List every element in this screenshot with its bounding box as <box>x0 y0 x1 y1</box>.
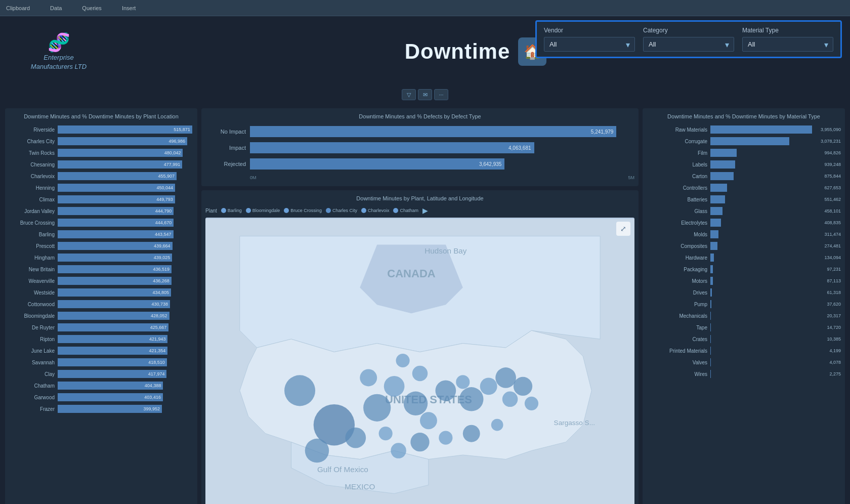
left-bar-row: New Britain 436,519 <box>9 264 193 274</box>
right-bar-value: 134,094 <box>824 255 841 260</box>
svg-point-10 <box>360 369 377 386</box>
right-bar-fill <box>710 300 711 308</box>
right-bar-row: Hardware 134,094 <box>647 253 841 263</box>
right-bar-value: 4,199 <box>829 348 841 353</box>
bar-track: 496,986 <box>58 137 193 145</box>
toolbar-insert[interactable]: Insert <box>122 5 136 11</box>
svg-point-13 <box>412 366 428 382</box>
right-bar-track <box>710 312 822 320</box>
bar-track: 515,871 <box>58 125 193 134</box>
map-expand-button[interactable]: ⤢ <box>616 222 630 236</box>
bar-label: Barling <box>9 232 55 237</box>
left-bar-row: Barling 443,547 <box>9 229 193 239</box>
map-svg: CANADA Hudson Bay UNITED STATES Gulf Of … <box>205 218 634 504</box>
bar-track: 403,416 <box>58 393 193 401</box>
more-icon-button[interactable]: ··· <box>434 89 448 100</box>
legend-label-charles: Charles City <box>332 208 357 213</box>
right-bar-label: Batteries <box>647 197 707 202</box>
bar-value: 417,974 <box>148 371 165 376</box>
bar-value: 480,042 <box>164 150 181 155</box>
right-bar-fill <box>710 219 721 227</box>
top-toolbar: Clipboard Data Queries Insert <box>0 0 850 16</box>
defect-value: 4,063,681 <box>508 145 531 151</box>
bar-fill: 449,793 <box>58 195 175 203</box>
defect-chart-panel: Downtime Minutes and % Defects by Defect… <box>201 108 639 186</box>
defect-fill: 5,241,979 <box>250 126 616 137</box>
bar-label: Twin Rocks <box>9 150 55 156</box>
bar-fill: 418,510 <box>58 358 167 366</box>
header-area: 🧬 Enterprise Manufacturers LTD Downtime … <box>0 16 850 87</box>
right-bar-label: Carton <box>647 174 707 179</box>
right-bar-value: 10,385 <box>827 337 841 342</box>
bar-label: Cottonwood <box>9 302 55 307</box>
bar-track: 443,547 <box>58 230 193 238</box>
bar-fill: 428,052 <box>58 312 169 320</box>
bar-track: 421,943 <box>58 335 193 343</box>
bar-value: 455,907 <box>158 174 175 179</box>
bar-label: Bruce Crossing <box>9 220 55 226</box>
vendor-select-wrapper[interactable]: All <box>544 37 635 52</box>
bar-value: 404,388 <box>145 383 161 388</box>
right-bar-label: Controllers <box>647 185 707 191</box>
vendor-select[interactable]: All <box>544 37 635 52</box>
material-type-select-wrapper[interactable]: All <box>742 37 833 52</box>
bar-value: 444,670 <box>155 220 172 225</box>
legend-barling: Barling <box>221 208 242 213</box>
bar-label: De Ruyter <box>9 325 55 330</box>
page-title: Downtime <box>405 39 511 64</box>
defect-label: No Impact <box>205 129 246 135</box>
svg-point-15 <box>420 412 437 429</box>
material-type-select[interactable]: All <box>742 37 833 52</box>
right-bar-value: 458,101 <box>824 208 841 214</box>
map-container: CANADA Hudson Bay UNITED STATES Gulf Of … <box>205 218 634 504</box>
bar-fill: 439,025 <box>58 254 172 262</box>
right-bar-track <box>710 195 819 203</box>
left-bar-row: Bloomingdale 428,052 <box>9 311 193 321</box>
bar-track: 434,805 <box>58 288 193 297</box>
legend-dot-barling <box>221 208 226 213</box>
right-bar-label: Valves <box>647 360 707 365</box>
email-icon-button[interactable]: ✉ <box>418 89 432 100</box>
right-bar-value: 408,835 <box>824 220 841 225</box>
map-legend-arrow[interactable]: ▶ <box>422 206 428 215</box>
filter-icon-button[interactable]: ▽ <box>402 89 416 100</box>
right-bar-track <box>710 288 822 297</box>
bar-label: Hingham <box>9 255 55 261</box>
left-bar-row: Jordan Valley 444,790 <box>9 206 193 216</box>
right-bar-row: Mechanicals 20,317 <box>647 311 841 321</box>
svg-point-16 <box>436 381 456 401</box>
bar-fill: 444,790 <box>58 207 174 215</box>
right-bar-track <box>710 125 816 134</box>
right-bar-row: Wires 2,275 <box>647 369 841 379</box>
right-bar-fill <box>710 288 712 297</box>
legend-dot-chatham <box>393 208 398 213</box>
right-bar-track <box>710 172 819 180</box>
right-bar-row: Drives 61,318 <box>647 287 841 298</box>
right-bar-track <box>710 277 822 285</box>
bar-label: Garwood <box>9 395 55 400</box>
bar-label: Jordan Valley <box>9 208 55 214</box>
right-bar-row: Labels 939,248 <box>647 159 841 170</box>
category-select[interactable]: All <box>643 37 734 52</box>
right-bar-value: 311,474 <box>824 232 841 237</box>
toolbar-clipboard[interactable]: Clipboard <box>6 5 30 11</box>
bar-value: 436,268 <box>153 278 169 283</box>
right-bar-label: Tape <box>647 325 707 330</box>
defect-fill: 4,063,681 <box>250 142 534 153</box>
bar-label: Bloomingdale <box>9 313 55 319</box>
svg-point-9 <box>305 439 329 463</box>
left-bar-chart: Riverside 515,871 Charles City 496,986 T… <box>9 124 193 504</box>
toolbar-queries[interactable]: Queries <box>82 5 102 11</box>
bar-label: Savannah <box>9 360 55 365</box>
category-select-wrapper[interactable]: All <box>643 37 734 52</box>
svg-point-20 <box>495 367 516 388</box>
bar-value: 496,986 <box>169 139 186 144</box>
svg-point-27 <box>439 431 452 445</box>
right-bar-label: Electrolytes <box>647 220 707 226</box>
svg-point-24 <box>345 428 366 448</box>
bar-value: 439,025 <box>154 255 171 260</box>
logo-area: 🧬 Enterprise Manufacturers LTD <box>8 32 109 71</box>
toolbar-data[interactable]: Data <box>50 5 62 11</box>
bar-fill: 496,986 <box>58 137 187 145</box>
right-bar-value: 97,231 <box>827 267 841 272</box>
